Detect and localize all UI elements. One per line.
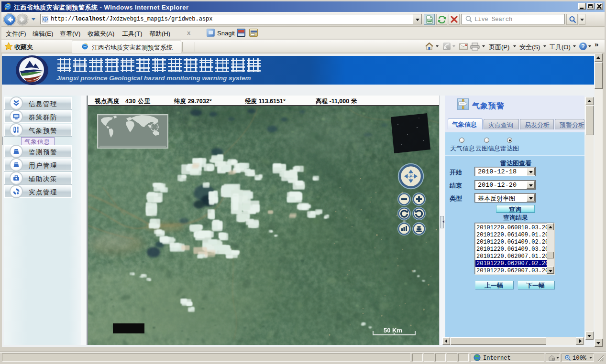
svg-text:50 Km: 50 Km [384,327,402,334]
